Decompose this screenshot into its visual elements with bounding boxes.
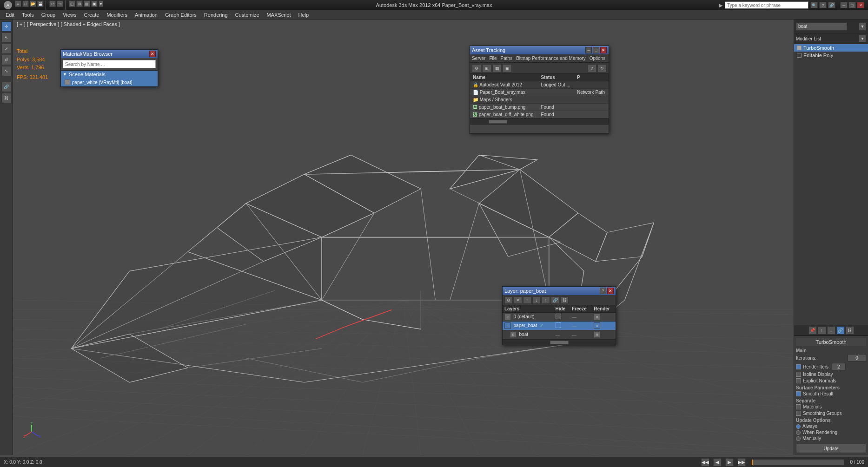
titlebar-undo-btn[interactable]: ↩	[49, 0, 56, 7]
left-tool-2[interactable]: ↖	[1, 33, 12, 43]
mod-down-btn[interactable]: ↓	[827, 326, 835, 335]
at-btn-3[interactable]: ▦	[492, 64, 502, 72]
asset-tracking-close-btn[interactable]: ✕	[600, 47, 607, 53]
mod-link2-btn[interactable]: ⛓	[846, 326, 854, 335]
timeline-scrubber[interactable]	[751, 459, 844, 466]
titlebar-btn3[interactable]: ▤	[84, 0, 90, 7]
lp-btn-4[interactable]: ↓	[532, 296, 541, 304]
turbosm-isoline-check[interactable]	[796, 372, 801, 377]
lp-btn-5[interactable]: ↑	[542, 296, 550, 304]
asset-tracking-hscrollbar[interactable]	[470, 118, 609, 124]
material-browser-titlebar[interactable]: Material/Map Browser ✕	[61, 50, 158, 58]
lp-btn-6[interactable]: 🔗	[551, 296, 559, 304]
material-search-input[interactable]	[63, 60, 156, 68]
lp-row-default[interactable]: E 0 (default) — R	[503, 313, 616, 322]
bottom-play-btn[interactable]: ◀◀	[701, 458, 709, 467]
titlebar-new-btn[interactable]: □	[22, 0, 29, 7]
at-btn-refresh[interactable]: ↻	[597, 64, 607, 72]
titlebar-redo-btn[interactable]: ↪	[57, 0, 63, 7]
menu-edit[interactable]: Edit	[2, 11, 18, 19]
modifier-turbosm[interactable]: TurboSmooth	[794, 44, 868, 52]
asset-tracking-max-btn[interactable]: □	[593, 47, 599, 53]
titlebar-save-btn[interactable]: 💾	[37, 0, 44, 7]
at-btn-2[interactable]: ⊞	[482, 64, 491, 72]
lp-paper-hide-check[interactable]	[556, 322, 561, 328]
mod-move-btn[interactable]: ↑	[818, 326, 826, 335]
at-row-file[interactable]: 📄 Paper_Boat_vray.max Network Path	[470, 89, 609, 96]
link-icon[interactable]: 🔗	[828, 2, 835, 8]
left-tool-3[interactable]: ⤢	[1, 44, 12, 54]
turbosm-manually-radio[interactable]	[796, 436, 801, 441]
left-tool-1[interactable]: ✛	[1, 21, 12, 32]
layer-panel-close-btn[interactable]: ✕	[607, 288, 614, 294]
at-menu-server[interactable]: Server	[472, 56, 485, 61]
asset-tracking-min-btn[interactable]: ─	[585, 47, 592, 53]
lp-default-hide-check[interactable]	[556, 314, 561, 319]
at-menu-file[interactable]: File	[489, 56, 497, 61]
menu-views[interactable]: Views	[59, 11, 80, 19]
turbosm-iterations-input[interactable]	[848, 354, 866, 362]
maximize-button[interactable]: □	[848, 2, 856, 8]
menu-tools[interactable]: Tools	[18, 11, 38, 19]
bottom-prev-btn[interactable]: ◀	[713, 458, 722, 467]
at-btn-4[interactable]: ▣	[503, 64, 512, 72]
layer-panel-help-btn[interactable]: ?	[600, 288, 606, 294]
turbosm-update-button[interactable]: Update	[796, 444, 866, 453]
left-tool-4[interactable]: ↺	[1, 55, 12, 65]
material-browser-close-btn[interactable]: ✕	[149, 51, 156, 57]
mod-link1-btn[interactable]: 🔗	[836, 326, 845, 335]
at-row-folder[interactable]: 📁 Maps / Shaders	[470, 96, 609, 104]
material-item-paper-white[interactable]: paper_white (VRayMtl) [boat]	[61, 78, 158, 86]
menu-modifiers[interactable]: Modifiers	[103, 11, 131, 19]
turbosm-whenrender-radio[interactable]	[796, 430, 801, 435]
titlebar-btn2[interactable]: ⊞	[76, 0, 83, 7]
lp-btn-delete[interactable]: ✕	[514, 296, 522, 304]
modifier-dropdown-btn[interactable]: ▼	[859, 22, 866, 31]
turbosm-smoothing-check[interactable]	[796, 411, 801, 416]
turbosm-renderiters-input[interactable]	[832, 363, 846, 370]
at-row-bump[interactable]: 🖼 paper_boat_bump.png Found	[470, 104, 609, 111]
layer-panel-scrollbar[interactable]	[503, 339, 616, 345]
keyword-search-input[interactable]	[725, 1, 808, 9]
modifier-editablepoly[interactable]: Editable Poly	[794, 52, 868, 59]
lp-row-paper-boat[interactable]: E paper_boat ✓ — R	[503, 322, 616, 330]
help-icon[interactable]: ?	[819, 2, 827, 8]
turbosm-always-radio[interactable]	[796, 424, 801, 429]
at-row-vault[interactable]: 🔒 Autodesk Vault 2012 Logged Out ...	[470, 81, 609, 89]
menu-create[interactable]: Create	[80, 11, 103, 19]
bottom-next-btn[interactable]: ▶▶	[737, 458, 746, 467]
turbosm-smooth-check[interactable]	[796, 391, 801, 396]
at-btn-1[interactable]: ⚙	[472, 64, 481, 72]
bottom-play-fwd-btn[interactable]: ▶	[725, 458, 734, 467]
lp-btn-1[interactable]: ⚙	[504, 296, 513, 304]
turbosm-materials-check[interactable]	[796, 404, 801, 409]
left-tool-5[interactable]: ⤡	[1, 66, 12, 76]
at-row-diff[interactable]: 🖼 paper_boat_diff_white.png Found	[470, 111, 609, 118]
titlebar-open-btn[interactable]: 📂	[30, 0, 36, 7]
modifier-list-options-btn[interactable]: ▼	[859, 35, 866, 42]
at-menu-paths[interactable]: Paths	[501, 56, 513, 61]
titlebar-btn1[interactable]: ◫	[69, 0, 75, 7]
titlebar-dropdown[interactable]: ▼	[99, 0, 103, 7]
lp-btn-7[interactable]: ⛓	[560, 296, 569, 304]
layer-panel-titlebar[interactable]: Layer: paper_boat ? ✕	[503, 287, 616, 295]
turbosm-explicit-check[interactable]	[796, 378, 801, 383]
left-tool-7[interactable]: ⛓	[1, 93, 12, 103]
menu-animation[interactable]: Animation	[131, 11, 161, 19]
menu-graph-editors[interactable]: Graph Editors	[161, 11, 200, 19]
titlebar-menu-btn[interactable]: ≡	[15, 0, 21, 7]
menu-help[interactable]: Help	[295, 11, 313, 19]
at-btn-help[interactable]: ?	[587, 64, 596, 72]
mod-pin-btn[interactable]: 📌	[808, 326, 817, 335]
minimize-button[interactable]: ─	[840, 2, 848, 8]
titlebar-btn4[interactable]: ▣	[91, 0, 98, 7]
menu-rendering[interactable]: Rendering	[200, 11, 232, 19]
at-menu-options[interactable]: Options	[590, 56, 605, 61]
at-menu-bitmap[interactable]: Bitmap Performance and Memory	[516, 56, 586, 61]
lp-row-boat[interactable]: E boat — — R	[503, 330, 616, 339]
search-icon[interactable]: 🔍	[810, 2, 818, 8]
asset-tracking-titlebar[interactable]: Asset Tracking ─ □ ✕	[470, 46, 609, 54]
turbosm-renderiters-check[interactable]	[796, 364, 801, 369]
at-hscroll-thumb[interactable]	[489, 120, 507, 124]
lp-btn-add[interactable]: +	[523, 296, 531, 304]
